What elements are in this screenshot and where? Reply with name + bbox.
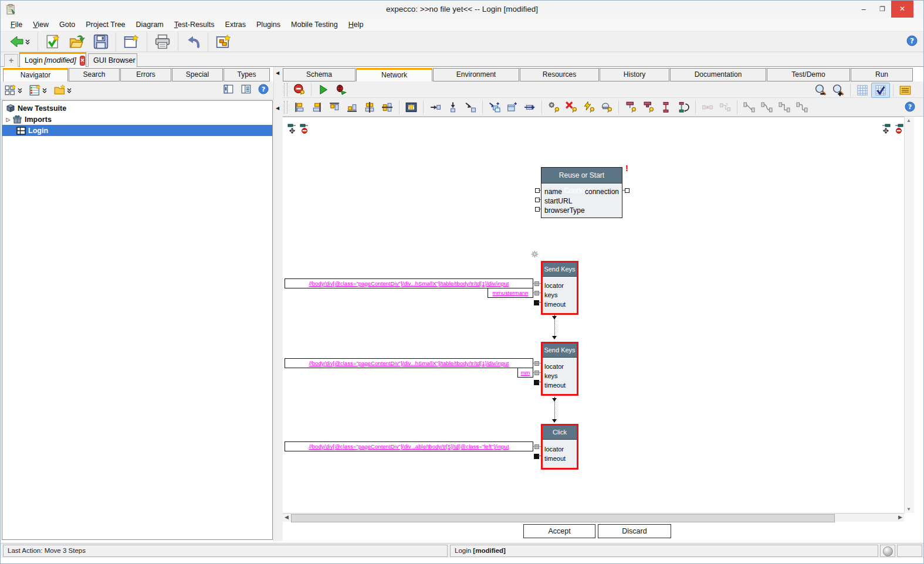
pin-keys[interactable]: keys bbox=[543, 371, 577, 380]
annotation-icon[interactable] bbox=[896, 83, 914, 97]
pin-top-icon[interactable] bbox=[622, 100, 639, 114]
run-button[interactable] bbox=[314, 83, 332, 97]
scroll-up-icon[interactable]: ▲ bbox=[906, 118, 911, 123]
block-reuse-or-start-connection[interactable]: Reuse or Start Connection nameconnection… bbox=[541, 167, 622, 218]
vertical-scrollbar[interactable]: ▲ ▼ bbox=[904, 117, 914, 513]
menu-project-tree[interactable]: Project Tree bbox=[80, 19, 130, 30]
align-center-vertical-icon[interactable] bbox=[378, 100, 396, 114]
new-folder-button[interactable] bbox=[53, 84, 72, 96]
pin-locator[interactable]: locator bbox=[543, 362, 577, 371]
add-new-step-icon[interactable] bbox=[503, 100, 521, 114]
tab-errors[interactable]: Errors bbox=[120, 68, 171, 81]
keys-value-input[interactable]: mm bbox=[517, 368, 533, 378]
menu-extras[interactable]: Extras bbox=[220, 19, 251, 30]
move-pin-icon[interactable] bbox=[881, 123, 891, 137]
align-right-icon[interactable] bbox=[308, 100, 326, 114]
connector-reverse-icon[interactable] bbox=[675, 100, 692, 114]
align-center-horizontal-icon[interactable] bbox=[361, 100, 378, 114]
input-pin[interactable] bbox=[534, 361, 539, 366]
accept-button[interactable]: Accept bbox=[523, 524, 595, 538]
grid-icon[interactable] bbox=[854, 83, 871, 97]
new-element-button[interactable] bbox=[4, 84, 23, 96]
new-testsuite-button[interactable] bbox=[41, 33, 65, 50]
input-pin[interactable] bbox=[534, 371, 539, 375]
block-send-keys-2[interactable]: Send Keys locator keys timeout bbox=[541, 342, 578, 396]
grid-snap-icon[interactable] bbox=[871, 83, 890, 98]
tab-navigator[interactable]: Navigator bbox=[3, 68, 68, 81]
tab-environment[interactable]: Environment bbox=[433, 68, 519, 81]
add-copy-step-icon[interactable] bbox=[486, 100, 503, 114]
menu-mobile-testing[interactable]: Mobile Testing bbox=[286, 19, 343, 30]
tab-run[interactable]: Run bbox=[851, 68, 913, 81]
pin-locator[interactable]: locator bbox=[543, 444, 577, 454]
pin-starturl[interactable]: startURL bbox=[541, 196, 622, 206]
panel-splitter[interactable]: ◀ ◀ bbox=[273, 67, 283, 541]
horizontal-scrollbar[interactable]: ◀ ▶ bbox=[283, 513, 904, 522]
back-button[interactable] bbox=[5, 33, 35, 50]
tab-schema[interactable]: Schema bbox=[283, 68, 356, 81]
locator-value-input[interactable]: //body/div[@class="pageContentDiv"]/div.… bbox=[285, 441, 533, 451]
keys-value-input[interactable]: mmustermann bbox=[488, 288, 533, 298]
scrollbar-thumb[interactable] bbox=[291, 514, 835, 522]
menu-goto[interactable]: Goto bbox=[54, 19, 80, 30]
network-canvas[interactable]: Reuse or Start Connection nameconnection… bbox=[283, 117, 904, 514]
input-pin[interactable] bbox=[535, 207, 540, 212]
input-pin[interactable] bbox=[535, 188, 540, 193]
block-send-keys-1[interactable]: Send Keys locator keys timeout bbox=[541, 261, 578, 315]
input-pin-unconnected[interactable] bbox=[534, 380, 539, 385]
new-window-button[interactable] bbox=[119, 33, 144, 50]
zoom-out-icon[interactable] bbox=[812, 83, 830, 97]
close-button[interactable]: ✕ bbox=[891, 1, 913, 18]
pin-connection[interactable]: connection bbox=[585, 187, 619, 196]
tab-close-icon[interactable]: ✕ bbox=[80, 56, 86, 66]
tab-history[interactable]: History bbox=[600, 68, 669, 81]
pin-bottom-icon[interactable] bbox=[639, 100, 657, 114]
input-pin[interactable] bbox=[534, 291, 539, 295]
tab-network[interactable]: Network bbox=[356, 68, 432, 81]
debug-button[interactable] bbox=[332, 83, 350, 97]
maximize-button[interactable]: ❐ bbox=[874, 1, 891, 18]
pin-timeout[interactable]: timeout bbox=[543, 380, 577, 390]
pin-timeout[interactable]: timeout bbox=[543, 454, 577, 463]
menu-file[interactable]: File bbox=[5, 19, 28, 30]
tab-resources[interactable]: Resources bbox=[520, 68, 599, 81]
scroll-left-icon[interactable]: ◀ bbox=[285, 514, 289, 520]
no-entry-pin-icon[interactable] bbox=[300, 123, 310, 137]
collapse-left-icon[interactable]: ◀ bbox=[276, 106, 279, 111]
align-bottom-icon[interactable] bbox=[343, 100, 361, 114]
menu-help[interactable]: Help bbox=[343, 19, 369, 30]
tab-gui-browser[interactable]: GUI Browser bbox=[88, 53, 137, 67]
gear-pin-icon[interactable] bbox=[545, 100, 563, 114]
collapse-left-icon[interactable]: ◀ bbox=[276, 70, 279, 76]
open-button[interactable] bbox=[65, 33, 89, 50]
scroll-down-icon[interactable]: ▼ bbox=[906, 507, 911, 512]
output-pin[interactable] bbox=[625, 188, 629, 193]
input-pin[interactable] bbox=[535, 198, 540, 202]
input-pin[interactable] bbox=[534, 444, 539, 449]
input-pin-unconnected[interactable] bbox=[534, 454, 539, 459]
undo-button[interactable] bbox=[181, 33, 205, 50]
align-top-icon[interactable] bbox=[326, 100, 343, 114]
input-pin-unconnected[interactable] bbox=[534, 300, 539, 305]
tab-special[interactable]: Special bbox=[172, 68, 223, 81]
menu-test-results[interactable]: Test-Results bbox=[169, 19, 220, 30]
scroll-right-icon[interactable]: ▶ bbox=[898, 514, 902, 520]
save-button[interactable] bbox=[89, 33, 113, 50]
menu-plugins[interactable]: Plugins bbox=[251, 19, 286, 30]
tab-test-demo[interactable]: Test/Demo bbox=[767, 68, 850, 81]
input-pin[interactable] bbox=[534, 281, 539, 286]
pin-timeout[interactable]: timeout bbox=[543, 300, 577, 309]
pin-browsertype[interactable]: browserType bbox=[541, 206, 622, 215]
tree-item-login[interactable]: Login bbox=[2, 125, 272, 136]
trigger-pin-icon[interactable] bbox=[580, 100, 598, 114]
block-click[interactable]: Click locator timeout bbox=[541, 424, 578, 470]
locator-value-input[interactable]: //body/div[@class="pageContentDiv"]/div.… bbox=[285, 358, 533, 368]
line-straight-icon[interactable] bbox=[740, 100, 758, 114]
align-left-icon[interactable] bbox=[290, 100, 308, 114]
show-split-panel-icon[interactable] bbox=[241, 84, 252, 97]
line-curved-icon[interactable] bbox=[758, 100, 776, 114]
pin-keys[interactable]: keys bbox=[543, 290, 577, 300]
help-icon[interactable]: ? bbox=[905, 101, 915, 114]
lamp-pin-icon[interactable] bbox=[598, 100, 615, 114]
pass-through-icon[interactable] bbox=[521, 100, 539, 114]
